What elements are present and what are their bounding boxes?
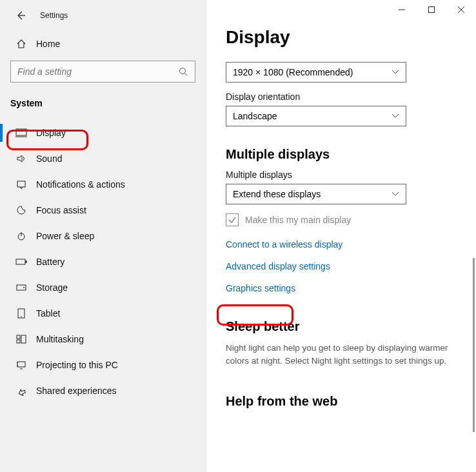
svg-rect-5 bbox=[26, 261, 27, 263]
back-arrow-icon[interactable] bbox=[14, 9, 27, 22]
link-wireless-display[interactable]: Connect to a wireless display bbox=[226, 239, 342, 250]
minimize-button[interactable] bbox=[387, 0, 417, 19]
notifications-icon bbox=[14, 179, 28, 190]
search-icon bbox=[178, 66, 188, 77]
battery-icon bbox=[14, 258, 28, 266]
titlebar: Settings bbox=[0, 5, 206, 31]
dropdown-value: Landscape bbox=[233, 111, 277, 121]
svg-point-7 bbox=[23, 287, 25, 288]
page-title: Display bbox=[226, 27, 476, 48]
scrollbar[interactable] bbox=[473, 258, 475, 432]
home-label: Home bbox=[36, 39, 60, 49]
main-display-checkbox: Make this my main display bbox=[226, 213, 476, 226]
sidebar-item-sound[interactable]: Sound bbox=[0, 146, 206, 172]
orientation-label: Display orientation bbox=[226, 92, 476, 102]
sidebar-item-label: Storage bbox=[36, 282, 68, 293]
svg-rect-1 bbox=[16, 129, 26, 135]
search-input[interactable] bbox=[17, 66, 178, 77]
main-content: Display 1920 × 1080 (Recommended) Displa… bbox=[206, 0, 476, 472]
power-icon bbox=[14, 231, 28, 241]
svg-rect-13 bbox=[17, 362, 25, 367]
orientation-dropdown[interactable]: Landscape bbox=[226, 106, 406, 126]
svg-rect-11 bbox=[21, 335, 26, 343]
dropdown-value: 1920 × 1080 (Recommended) bbox=[233, 67, 353, 77]
sidebar-item-label: Projecting to this PC bbox=[36, 360, 118, 370]
sidebar-item-shared[interactable]: Shared experiences bbox=[0, 378, 206, 404]
sidebar: Settings Home System Display Sound bbox=[0, 0, 206, 472]
svg-rect-10 bbox=[17, 335, 20, 339]
section-label: System bbox=[0, 88, 206, 120]
dropdown-value: Extend these displays bbox=[233, 189, 321, 199]
chevron-down-icon bbox=[392, 192, 399, 197]
sidebar-item-focus[interactable]: Focus assist bbox=[0, 197, 206, 223]
resolution-dropdown[interactable]: 1920 × 1080 (Recommended) bbox=[226, 62, 406, 83]
sidebar-item-battery[interactable]: Battery bbox=[0, 249, 206, 275]
svg-rect-4 bbox=[16, 259, 25, 264]
sidebar-item-label: Tablet bbox=[36, 308, 60, 319]
sleep-better-description: Night light can help you get to sleep by… bbox=[226, 342, 464, 368]
sidebar-item-label: Display bbox=[36, 128, 66, 138]
storage-icon bbox=[14, 284, 28, 291]
focus-icon bbox=[14, 205, 28, 215]
checkbox-label: Make this my main display bbox=[245, 215, 351, 225]
multiple-displays-heading: Multiple displays bbox=[226, 147, 476, 162]
sidebar-item-label: Power & sleep bbox=[36, 231, 94, 241]
window-title: Settings bbox=[40, 11, 68, 20]
sidebar-item-projecting[interactable]: Projecting to this PC bbox=[0, 352, 206, 378]
sidebar-item-label: Focus assist bbox=[36, 205, 86, 215]
home-icon bbox=[14, 39, 28, 49]
sidebar-item-display[interactable]: Display bbox=[0, 120, 206, 146]
svg-rect-14 bbox=[429, 7, 435, 13]
checkbox-icon bbox=[226, 213, 239, 226]
link-graphics-settings[interactable]: Graphics settings bbox=[226, 283, 295, 293]
display-icon bbox=[14, 128, 28, 137]
sidebar-item-label: Sound bbox=[36, 153, 62, 164]
link-advanced-display[interactable]: Advanced display settings bbox=[226, 261, 330, 271]
close-button[interactable] bbox=[446, 0, 476, 19]
sidebar-item-storage[interactable]: Storage bbox=[0, 275, 206, 300]
sidebar-item-label: Multitasking bbox=[36, 334, 84, 344]
nav-list: Display Sound Notifications & actions Fo… bbox=[0, 120, 206, 404]
svg-point-0 bbox=[180, 68, 186, 74]
multiple-displays-label: Multiple displays bbox=[226, 170, 476, 180]
sidebar-item-multitasking[interactable]: Multitasking bbox=[0, 326, 206, 352]
sidebar-item-notifications[interactable]: Notifications & actions bbox=[0, 172, 206, 197]
svg-rect-2 bbox=[17, 181, 25, 187]
sidebar-item-label: Battery bbox=[36, 257, 64, 267]
home-nav[interactable]: Home bbox=[0, 32, 206, 55]
svg-point-9 bbox=[21, 316, 22, 317]
window-controls bbox=[387, 0, 476, 19]
tablet-icon bbox=[14, 308, 28, 319]
chevron-down-icon bbox=[392, 113, 399, 119]
projecting-icon bbox=[14, 360, 28, 369]
sidebar-item-tablet[interactable]: Tablet bbox=[0, 300, 206, 326]
help-heading: Help from the web bbox=[226, 394, 476, 409]
search-box[interactable] bbox=[10, 61, 195, 83]
sound-icon bbox=[14, 153, 28, 164]
sidebar-item-power[interactable]: Power & sleep bbox=[0, 223, 206, 249]
multitasking-icon bbox=[14, 335, 28, 344]
sleep-better-heading: Sleep better bbox=[226, 319, 476, 334]
shared-icon bbox=[14, 386, 28, 396]
sidebar-item-label: Shared experiences bbox=[36, 386, 117, 396]
svg-rect-12 bbox=[17, 340, 20, 343]
maximize-button[interactable] bbox=[417, 0, 446, 19]
multiple-displays-dropdown[interactable]: Extend these displays bbox=[226, 184, 406, 204]
chevron-down-icon bbox=[392, 70, 399, 75]
sidebar-item-label: Notifications & actions bbox=[36, 179, 125, 190]
